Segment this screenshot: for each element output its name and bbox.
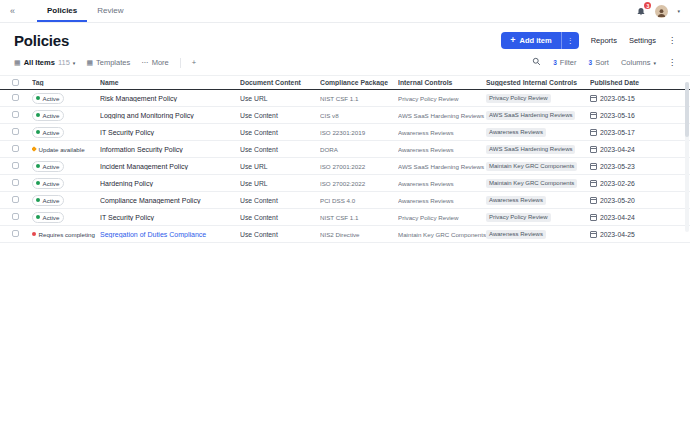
published-date: 2023-05-23	[590, 163, 670, 170]
table-row[interactable]: Update available Information Security Po…	[0, 141, 690, 158]
add-item-button[interactable]: + Add item	[501, 32, 560, 49]
toolbar-kebab-menu[interactable]: ⋮	[668, 58, 676, 67]
row-checkbox[interactable]	[12, 111, 19, 118]
policy-name[interactable]: Hardening Policy	[100, 180, 153, 187]
row-checkbox[interactable]	[12, 145, 19, 152]
published-date-value: 2023-04-24	[600, 146, 635, 153]
row-checkbox[interactable]	[12, 94, 19, 101]
compliance-package-value: NIST CSF 1.1	[320, 95, 398, 102]
policy-name[interactable]: Incident Management Policy	[100, 163, 188, 170]
view-label: All Items	[24, 58, 55, 67]
scrollbar-thumb[interactable]	[685, 82, 689, 137]
header-kebab-menu[interactable]: ⋮	[668, 36, 676, 45]
table-row[interactable]: Active Logging and Monitoring Policy Use…	[0, 107, 690, 124]
tag-label: Active	[43, 214, 60, 221]
tag-status-icon	[36, 215, 40, 219]
suggested-internal-controls-badge: AWS SaaS Hardening Reviews	[486, 145, 575, 154]
table-row[interactable]: Active Hardening Policy Use URL ISO 2700…	[0, 175, 690, 192]
tag-badge: Active	[32, 212, 64, 223]
add-view-button[interactable]: +	[192, 58, 196, 67]
row-checkbox[interactable]	[12, 213, 19, 220]
search-button[interactable]	[532, 57, 541, 68]
tab-policies[interactable]: Policies	[37, 0, 87, 22]
filter-count-badge: 3	[553, 59, 557, 66]
sort-count-badge: 3	[589, 59, 593, 66]
sort-button[interactable]: 3 Sort	[589, 58, 609, 67]
policy-name[interactable]: Compliance Management Policy	[100, 197, 200, 204]
settings-button[interactable]: Settings	[629, 36, 656, 45]
policy-name[interactable]: Risk Management Policy	[100, 95, 177, 102]
document-content-value: Use Content	[240, 197, 320, 204]
suggested-internal-controls-badge: Maintain Key GRC Components	[486, 162, 577, 171]
row-checkbox[interactable]	[12, 162, 19, 169]
tag-badge: Active	[32, 110, 64, 121]
add-item-menu-button[interactable]: ⋮	[561, 32, 579, 49]
more-button[interactable]: ⋯ More	[141, 58, 169, 67]
avatar[interactable]	[655, 5, 668, 18]
add-item-kebab-icon: ⋮	[567, 37, 574, 45]
column-header-compliance-package[interactable]: Compliance Package	[320, 79, 398, 86]
compliance-package-value: NIST CSF 1.1	[320, 214, 398, 221]
more-label: More	[152, 58, 169, 67]
published-date-value: 2023-02-26	[600, 180, 635, 187]
tag-label: Active	[43, 112, 60, 119]
table-row[interactable]: Active Risk Management Policy Use URL NI…	[0, 90, 690, 107]
published-date: 2023-05-15	[590, 95, 670, 102]
collapse-sidebar-icon[interactable]: «	[10, 6, 15, 16]
reports-button[interactable]: Reports	[591, 36, 617, 45]
columns-button[interactable]: Columns ▾	[621, 58, 656, 67]
tag-status-icon	[36, 181, 40, 185]
document-content-value: Use URL	[240, 163, 320, 170]
view-switcher[interactable]: ▦ All Items 115 ▾	[14, 58, 75, 67]
table-row[interactable]: Active IT Security Policy Use Content IS…	[0, 124, 690, 141]
tag-label: Active	[43, 197, 60, 204]
add-view-plus-icon: +	[192, 58, 196, 67]
published-date-value: 2023-05-20	[600, 197, 635, 204]
policy-name[interactable]: Information Security Policy	[100, 146, 183, 153]
tag-badge: Update available	[32, 146, 85, 153]
tag-label: Active	[43, 129, 60, 136]
policy-name[interactable]: IT Security Policy	[100, 214, 154, 221]
column-header-name[interactable]: Name	[100, 79, 240, 86]
policy-name[interactable]: IT Security Policy	[100, 129, 154, 136]
column-header-tag[interactable]: Tag	[32, 79, 100, 86]
suggested-internal-controls-badge: Maintain Key GRC Components	[486, 179, 577, 188]
column-header-document-content[interactable]: Document Content	[240, 79, 320, 86]
suggested-internal-controls-badge: Privacy Policy Review	[486, 94, 551, 103]
select-all-checkbox[interactable]	[12, 79, 19, 86]
sort-label: Sort	[595, 58, 609, 67]
published-date: 2023-04-24	[590, 214, 670, 221]
internal-controls-value: Awareness Reviews	[398, 197, 486, 204]
document-content-value: Use Content	[240, 112, 320, 119]
tag-status-icon	[36, 164, 40, 168]
row-checkbox[interactable]	[12, 230, 19, 237]
row-checkbox[interactable]	[12, 128, 19, 135]
table-row[interactable]: Active IT Security Policy Use Content NI…	[0, 209, 690, 226]
column-header-suggested-internal-controls[interactable]: Suggested Internal Controls	[486, 79, 590, 86]
policy-name[interactable]: Logging and Monitoring Policy	[100, 112, 194, 119]
row-checkbox[interactable]	[12, 179, 19, 186]
column-header-published-date[interactable]: Published Date	[590, 79, 670, 86]
published-date: 2023-04-25	[590, 231, 670, 238]
tag-status-icon	[32, 146, 37, 152]
table-row[interactable]: Active Compliance Management Policy Use …	[0, 192, 690, 209]
notifications-button[interactable]: 3	[636, 6, 646, 16]
tag-label: Requires completing	[39, 231, 95, 238]
templates-icon: ▦	[86, 59, 93, 67]
add-item-label: Add item	[520, 36, 552, 45]
table-row[interactable]: Requires completing Segregation of Dutie…	[0, 226, 690, 243]
table-header-row: Tag Name Document Content Compliance Pac…	[0, 75, 690, 90]
row-checkbox[interactable]	[12, 196, 19, 203]
published-date-value: 2023-04-25	[600, 231, 635, 238]
account-chevron-down-icon[interactable]: ▾	[677, 8, 680, 14]
compliance-package-value: CIS v8	[320, 112, 398, 119]
tab-review[interactable]: Review	[87, 0, 133, 22]
notification-count-badge: 3	[644, 2, 651, 9]
vertical-scrollbar[interactable]	[685, 82, 689, 232]
filter-button[interactable]: 3 Filter	[553, 58, 576, 67]
toolbar-right: 3 Filter 3 Sort Columns ▾ ⋮	[532, 57, 676, 68]
templates-button[interactable]: ▦ Templates	[86, 58, 130, 67]
column-header-internal-controls[interactable]: Internal Controls	[398, 79, 486, 86]
table-row[interactable]: Active Incident Management Policy Use UR…	[0, 158, 690, 175]
policy-name[interactable]: Segregation of Duties Compliance	[100, 231, 206, 238]
